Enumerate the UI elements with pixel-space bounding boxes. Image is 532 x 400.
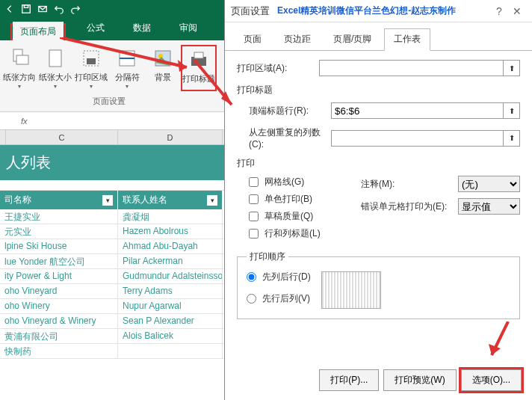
draft-label: 草稿质量(Q) [265, 210, 313, 223]
cell-contact[interactable]: Sean P Alexander [118, 314, 223, 328]
preview-button[interactable]: 打印预览(W) [383, 369, 456, 391]
svg-rect-7 [87, 58, 96, 64]
save-icon[interactable] [21, 4, 31, 14]
dialog-title: 页面设置 [231, 4, 270, 18]
help-button[interactable]: ? [490, 5, 508, 17]
range-picker-icon[interactable]: ⬆ [504, 102, 520, 119]
tab-page-layout[interactable]: 页面布局 [13, 22, 64, 43]
cell-company[interactable]: 快制药 [0, 344, 118, 358]
rowcol-checkbox[interactable] [249, 229, 259, 239]
print-order-fieldset: 打印顺序 先列后行(D) 先行后列(V) [237, 250, 520, 319]
cell-company[interactable]: 元实业 [0, 224, 118, 239]
svg-rect-13 [194, 52, 203, 58]
cell-contact[interactable]: Pilar Ackerman [118, 254, 223, 268]
tab-review[interactable]: 审阅 [172, 17, 205, 40]
cell-contact[interactable]: Gudmundur Adalsteinsson [118, 269, 223, 283]
order-over-radio[interactable] [247, 294, 256, 304]
dtab-page[interactable]: 页面 [234, 28, 271, 50]
tab-data[interactable]: 数据 [126, 17, 158, 40]
dialog-body: 打印区域(A): ⬆ 打印标题 顶端标题行(R): ⬆ 从左侧重复的列数(C):… [225, 51, 532, 328]
cell-contact[interactable] [118, 344, 223, 358]
background-icon [151, 46, 175, 70]
svg-rect-0 [22, 5, 31, 13]
cell-company[interactable]: 王捷实业 [0, 209, 118, 224]
order-down-label: 先列后行(D) [262, 271, 311, 283]
back-icon[interactable] [4, 4, 15, 14]
gridlines-checkbox[interactable] [249, 177, 259, 187]
print-area-button[interactable]: 打印区域▾ [73, 45, 109, 91]
th-company[interactable]: 司名称▾ [0, 191, 118, 209]
top-row-input[interactable] [331, 102, 504, 119]
bw-checkbox[interactable] [249, 194, 259, 204]
cell-contact[interactable]: Terry Adams [118, 284, 223, 298]
fx-label: fx [21, 117, 28, 126]
order-preview-icon [321, 271, 381, 309]
dtab-sheet[interactable]: 工作表 [384, 28, 430, 51]
filter-dropdown-icon[interactable]: ▾ [102, 195, 113, 206]
gridlines-label: 网格线(G) [265, 176, 304, 188]
col-header-d[interactable]: D [118, 130, 223, 144]
col-header[interactable] [0, 130, 6, 144]
cell-contact[interactable]: Nupur Agarwal [118, 299, 223, 313]
mail-icon[interactable] [37, 4, 48, 14]
cell-contact[interactable]: Hazem Abolrous [118, 224, 223, 239]
undo-icon[interactable] [54, 4, 64, 14]
page-size-icon [43, 46, 67, 70]
cell-company[interactable]: oho Winery [0, 299, 118, 313]
print-order-legend: 打印顺序 [247, 250, 288, 263]
print-area-input[interactable] [319, 60, 504, 76]
dialog-subtitle: Excel精英培训微信平台兰色幻想-赵志东制作 [277, 4, 456, 17]
dialog-tabs: 页面 页边距 页眉/页脚 工作表 [225, 22, 532, 51]
orientation-button[interactable]: 纸张方向▾ [1, 45, 37, 91]
cell-company[interactable]: oho Vineyard & Winery [0, 314, 118, 328]
draft-checkbox[interactable] [249, 212, 259, 221]
range-picker-icon[interactable]: ⬆ [504, 60, 520, 76]
page-setup-dialog: 页面设置 Excel精英培训微信平台兰色幻想-赵志东制作 ? ✕ 页面 页边距 … [224, 0, 532, 400]
range-picker-icon[interactable]: ⬆ [504, 130, 520, 147]
print-section: 打印 [237, 157, 520, 170]
breaks-button[interactable]: 分隔符▾ [109, 45, 145, 91]
order-down-radio[interactable] [247, 272, 256, 282]
close-button[interactable]: ✕ [508, 5, 526, 17]
filter-dropdown-icon[interactable]: ▾ [207, 195, 217, 206]
ribbon-group-label: 页面设置 [93, 96, 126, 107]
tab-formulas[interactable]: 公式 [79, 17, 112, 40]
cell-company[interactable]: oho Vineyard [0, 284, 118, 298]
comments-label: 注释(M): [361, 178, 458, 191]
print-button[interactable]: 打印(P)... [319, 369, 379, 391]
cell-company[interactable]: lpine Ski House [0, 239, 118, 253]
bw-label: 单色打印(B) [265, 193, 312, 206]
svg-rect-1 [24, 5, 28, 8]
col-header-c[interactable]: C [6, 130, 118, 144]
rowcol-label: 行和列标题(L) [265, 227, 321, 240]
th-contact[interactable]: 联系人姓名▾ [118, 191, 223, 209]
cell-contact[interactable]: Alois Balicek [118, 329, 223, 343]
redo-icon[interactable] [70, 4, 81, 14]
dialog-titlebar: 页面设置 Excel精英培训微信平台兰色幻想-赵志东制作 ? ✕ [225, 0, 532, 22]
ribbon-group-page-setup: 纸张方向▾ 纸张大小▾ 打印区域▾ 分隔符▾ 背景 打印标题 页面设置 [1, 45, 217, 107]
left-col-input[interactable] [331, 130, 504, 147]
background-button[interactable]: 背景 [145, 45, 181, 91]
orientation-icon [7, 46, 31, 70]
print-titles-button[interactable]: 打印标题 [181, 45, 217, 91]
cell-contact[interactable]: 龚凝烟 [118, 209, 223, 224]
svg-rect-4 [16, 55, 28, 64]
size-button[interactable]: 纸张大小▾ [37, 45, 73, 91]
cell-contact[interactable]: Ahmad Abu-Dayah [118, 239, 223, 253]
breaks-icon [115, 46, 139, 70]
cell-company[interactable]: 黄浦有限公司 [0, 329, 118, 343]
print-area-icon [79, 46, 103, 70]
options-button[interactable]: 选项(O)... [461, 369, 522, 391]
order-over-label: 先行后列(V) [262, 292, 310, 305]
errors-select[interactable]: 显示值 [458, 198, 520, 215]
comments-select[interactable]: (无) [458, 176, 520, 192]
dtab-margins[interactable]: 页边距 [274, 28, 321, 50]
cell-company[interactable]: lue Yonder 航空公司 [0, 254, 118, 268]
cell-company[interactable]: ity Power & Light [0, 269, 118, 283]
errors-label: 错误单元格打印为(E): [361, 200, 458, 213]
print-area-label: 打印区域(A): [237, 62, 319, 75]
svg-rect-5 [49, 50, 61, 67]
top-row-label: 顶端标题行(R): [249, 105, 331, 117]
print-titles-section: 打印标题 [237, 84, 520, 96]
dtab-headerfooter[interactable]: 页眉/页脚 [324, 28, 381, 50]
